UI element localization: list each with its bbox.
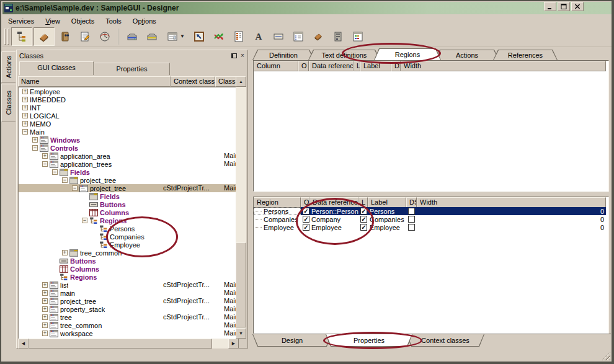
l-cell[interactable] xyxy=(358,207,368,215)
table-row-employee[interactable]: EmployeeEmployeeEmployee0 xyxy=(254,223,608,231)
collapse-icon[interactable] xyxy=(72,185,78,191)
tree-row-project-tree[interactable]: project_treecStdProjectTr...Main xyxy=(19,297,237,305)
collapse-icon[interactable] xyxy=(42,161,48,167)
tree-row-logical[interactable]: LOGICAL xyxy=(19,112,237,120)
scroll-down-icon[interactable]: ▼ xyxy=(236,328,246,339)
tree-row-application-trees[interactable]: application_treesMain xyxy=(19,160,237,168)
expand-icon[interactable] xyxy=(42,290,48,296)
close-panel-icon[interactable]: × xyxy=(239,53,246,60)
toolbar-button-form-view-icon[interactable]: ▼ xyxy=(162,28,189,45)
column-header-region[interactable]: Region xyxy=(254,197,301,208)
toolbar-button-eraser-icon[interactable] xyxy=(33,27,55,46)
toolbar-button-help-book-icon[interactable] xyxy=(56,28,74,45)
expand-icon[interactable] xyxy=(22,121,28,127)
column-header-label[interactable]: Label xyxy=(360,61,391,71)
region-cell[interactable]: Companies xyxy=(254,215,301,223)
toolbar-button-list-view-icon[interactable] xyxy=(229,28,248,45)
ds-checkbox[interactable] xyxy=(408,216,415,223)
scroll-left-icon[interactable]: ◀ xyxy=(18,339,29,348)
label-cell[interactable]: Persons xyxy=(368,207,406,215)
toolbar-button-time-zone-icon[interactable] xyxy=(96,28,114,45)
toolbar-button-font-icon[interactable]: A xyxy=(249,28,268,45)
tab-references[interactable]: References xyxy=(493,50,558,60)
menu-item-objects[interactable]: Objects xyxy=(66,17,100,25)
ds-cell[interactable] xyxy=(406,207,417,215)
collapse-icon[interactable] xyxy=(62,177,68,183)
toolbar-button-form-grid-icon[interactable] xyxy=(289,28,308,45)
tree-vertical-scrollbar[interactable]: ▲ ▼ xyxy=(236,76,246,339)
tree-row-regions[interactable]: Regions xyxy=(19,273,237,281)
side-tab-classes[interactable]: Classes xyxy=(1,84,16,122)
tree-row-fields[interactable]: Fields xyxy=(19,192,237,200)
tree-row-memo[interactable]: MEMO xyxy=(19,120,237,128)
resize-grip[interactable] xyxy=(601,352,610,360)
ds-cell[interactable] xyxy=(406,223,417,231)
tab-design[interactable]: Design xyxy=(252,334,332,347)
column-header-width[interactable]: Width xyxy=(417,197,606,208)
table-splitter[interactable] xyxy=(253,192,609,197)
column-header-context-class[interactable]: Context class xyxy=(171,76,215,87)
tree-row-buttons[interactable]: Buttons xyxy=(19,200,237,208)
tree-row-tree[interactable]: treecStdProjectTr...Main xyxy=(19,313,237,321)
label-cell[interactable]: Employee xyxy=(368,223,406,231)
expand-icon[interactable] xyxy=(22,89,28,94)
toolbar-button-edit-document-icon[interactable] xyxy=(76,28,94,45)
toolbar-button-button-widget-icon[interactable] xyxy=(269,28,288,45)
toolbar-button-class-hierarchy-icon[interactable] xyxy=(11,27,32,46)
expand-icon[interactable] xyxy=(32,137,38,143)
tab-properties-left[interactable]: Properties xyxy=(94,63,170,75)
column-header-o[interactable]: O xyxy=(301,197,309,208)
tree-row-int[interactable]: INT xyxy=(19,104,237,112)
expand-icon[interactable] xyxy=(42,322,48,328)
tree-horizontal-scrollbar[interactable]: ◀ ▶ xyxy=(18,339,239,348)
menu-item-options[interactable]: Options xyxy=(127,17,162,25)
column-header-ds[interactable]: DS xyxy=(406,197,417,208)
minimize-button[interactable] xyxy=(544,2,556,11)
expand-icon[interactable] xyxy=(42,298,48,304)
tree-row-employee[interactable]: Employee xyxy=(19,241,237,249)
ds-checkbox[interactable] xyxy=(408,208,415,215)
dropdown-caret-icon[interactable]: ▼ xyxy=(180,33,185,39)
column-header-data-reference[interactable]: Data reference xyxy=(309,197,358,208)
tree-row-companies[interactable]: Companies xyxy=(19,233,237,241)
tree-row-tree-common[interactable]: tree_common xyxy=(19,249,237,257)
tab-context-classes[interactable]: Context classes xyxy=(406,334,484,347)
menu-item-tools[interactable]: Tools xyxy=(100,17,127,25)
tree-row-application-area[interactable]: application_areaMain xyxy=(19,152,237,160)
scrollbar-thumb[interactable] xyxy=(29,339,212,348)
expand-icon[interactable] xyxy=(42,306,48,312)
column-header-o[interactable]: O xyxy=(298,61,309,71)
column-header-width[interactable]: Width xyxy=(401,61,606,71)
l-checkbox[interactable] xyxy=(360,216,367,223)
tab-definition[interactable]: Definition xyxy=(252,50,314,60)
tree-row-project-tree[interactable]: project_tree xyxy=(19,176,237,184)
menu-item-view[interactable]: View xyxy=(40,17,66,25)
tree-row-regions[interactable]: Regions xyxy=(19,216,237,224)
l-cell[interactable] xyxy=(358,223,368,231)
collapse-icon[interactable] xyxy=(32,145,38,151)
column-header-l[interactable]: L xyxy=(354,61,360,71)
close-button[interactable] xyxy=(571,2,584,11)
o-checkbox[interactable] xyxy=(303,216,309,223)
expand-icon[interactable] xyxy=(42,282,48,288)
toolbar-button-switch-arrows-icon[interactable] xyxy=(210,28,228,45)
float-panel-icon[interactable] xyxy=(230,53,238,60)
data-reference-cell[interactable]: Person::Persons xyxy=(309,207,358,215)
tree-row-columns[interactable]: Columns xyxy=(19,265,237,273)
tree-row-main[interactable]: Main xyxy=(19,128,237,136)
tree-row-persons[interactable]: Persons xyxy=(19,224,237,233)
column-header-column[interactable]: Column xyxy=(254,61,298,71)
toolbar-grip[interactable] xyxy=(4,29,6,45)
l-cell[interactable] xyxy=(358,215,368,223)
expand-icon[interactable] xyxy=(22,113,28,118)
tab-text-definitions[interactable]: Text definitions xyxy=(308,50,380,60)
tab-actions[interactable]: Actions xyxy=(435,50,499,60)
expand-icon[interactable] xyxy=(42,153,48,159)
toolbar-button-drive-connect-icon[interactable] xyxy=(123,28,141,45)
data-reference-cell[interactable]: Employee xyxy=(309,223,358,231)
table-row-persons[interactable]: PersonsPerson::PersonsPersons0 xyxy=(254,207,608,215)
side-tab-actions[interactable]: Actions xyxy=(1,51,16,82)
table-row-companies[interactable]: CompaniesCompanyCompanies0 xyxy=(254,215,608,223)
expand-icon[interactable] xyxy=(42,331,48,336)
scrollbar-thumb[interactable] xyxy=(236,242,246,327)
